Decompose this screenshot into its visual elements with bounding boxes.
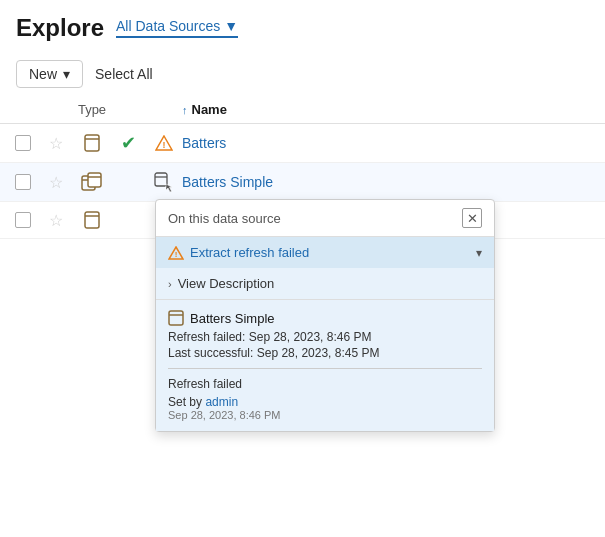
popup-timestamp: Sep 28, 2023, 8:46 PM: [168, 409, 482, 421]
popup-last-successful-text: Last successful: Sep 28, 2023, 8:45 PM: [168, 346, 482, 360]
popup-desc-chevron-icon: ›: [168, 278, 172, 290]
row2-name-link[interactable]: Batters Simple: [182, 174, 273, 190]
new-chevron-icon: ▾: [63, 66, 70, 82]
table-row: ☆ Batters Simple: [0, 163, 605, 202]
popup-view-desc-label: View Description: [178, 276, 275, 291]
row1-name-link[interactable]: Batters: [182, 135, 226, 151]
row2-type-cell: [74, 172, 110, 192]
popup-expand-icon[interactable]: ▾: [476, 246, 482, 260]
svg-rect-12: [169, 311, 183, 325]
row1-status-cell: ✔: [110, 132, 146, 154]
row3-checkbox-cell[interactable]: [8, 212, 38, 228]
new-button-label: New: [29, 66, 57, 82]
datasource-label: All Data Sources: [116, 18, 220, 34]
row2-star-icon[interactable]: ☆: [49, 173, 63, 192]
row3-type-icon: [83, 210, 101, 230]
row3-type-cell: [74, 210, 110, 230]
popup-content: Batters Simple Refresh failed: Sep 28, 2…: [156, 300, 494, 431]
row1-warning-cell: !: [146, 135, 182, 151]
row2-hover-icon-cell[interactable]: [146, 171, 182, 193]
new-button[interactable]: New ▾: [16, 60, 83, 88]
popup-header-text: On this data source: [168, 211, 281, 226]
row2-type-icon: [81, 172, 103, 192]
row1-type-icon: [83, 133, 101, 153]
row1-star-cell[interactable]: ☆: [38, 134, 74, 153]
popup-status-label: Refresh failed: [168, 377, 482, 391]
svg-rect-8: [155, 173, 167, 186]
row2-name-cell[interactable]: Batters Simple: [182, 174, 597, 190]
row1-name-cell[interactable]: Batters: [182, 135, 597, 151]
toolbar: New ▾ Select All: [0, 52, 605, 88]
popup-admin-link[interactable]: admin: [205, 395, 238, 409]
row1-checkbox-cell[interactable]: [8, 135, 38, 151]
col-header-name-label: Name: [192, 102, 227, 117]
table-header-row: Type ↑ Name: [0, 96, 605, 124]
explore-table: Type ↑ Name ☆ ✔ !: [0, 96, 605, 239]
popup-set-by: Set by admin: [168, 395, 482, 409]
page-title: Explore: [16, 14, 104, 42]
svg-text:!: !: [163, 140, 166, 150]
row1-warning-icon: !: [155, 135, 173, 151]
row2-star-cell[interactable]: ☆: [38, 173, 74, 192]
popup-item-title: Batters Simple: [190, 311, 275, 326]
col-header-name: ↑ Name: [182, 102, 597, 117]
popup-item-header: Batters Simple: [168, 310, 482, 326]
row3-star-icon[interactable]: ☆: [49, 211, 63, 230]
sort-arrow-icon: ↑: [182, 104, 188, 116]
row1-type-cell: [74, 133, 110, 153]
popup-item-type-icon: [168, 310, 184, 326]
popup-view-description[interactable]: › View Description: [156, 268, 494, 300]
popup-section-title: Extract refresh failed: [190, 245, 309, 260]
row1-checkbox[interactable]: [15, 135, 31, 151]
popup-refresh-failed-text: Refresh failed: Sep 28, 2023, 8:46 PM: [168, 330, 482, 344]
popup-divider: [168, 368, 482, 369]
svg-rect-6: [88, 173, 101, 187]
col-header-type: Type: [74, 102, 110, 117]
popup-set-by-prefix: Set by: [168, 395, 202, 409]
datasource-dropdown[interactable]: All Data Sources ▼: [116, 18, 238, 38]
row1-star-icon[interactable]: ☆: [49, 134, 63, 153]
col-header-type-label: Type: [78, 102, 106, 117]
table-row: ☆ ✔ ! Batters: [0, 124, 605, 163]
select-all-button[interactable]: Select All: [91, 61, 157, 87]
popup-footer: Refresh failed Set by admin Sep 28, 2023…: [168, 377, 482, 421]
close-icon: ✕: [467, 211, 478, 226]
popup-section-title-area: ! Extract refresh failed: [168, 245, 309, 260]
popup-section-header[interactable]: ! Extract refresh failed ▾: [156, 237, 494, 268]
popup-warning-icon: !: [168, 246, 184, 260]
popup-header: On this data source ✕: [156, 200, 494, 237]
popup-close-button[interactable]: ✕: [462, 208, 482, 228]
row1-green-check-icon: ✔: [121, 132, 136, 154]
page-header: Explore All Data Sources ▼: [0, 0, 605, 52]
row2-checkbox[interactable]: [15, 174, 31, 190]
datasource-popup: On this data source ✕ ! Extract refresh …: [155, 199, 495, 432]
row2-info-icon[interactable]: [153, 171, 175, 193]
row2-checkbox-cell[interactable]: [8, 174, 38, 190]
chevron-down-icon: ▼: [224, 18, 238, 34]
row3-star-cell[interactable]: ☆: [38, 211, 74, 230]
svg-rect-0: [85, 135, 99, 151]
svg-rect-14: [85, 212, 99, 228]
row3-checkbox[interactable]: [15, 212, 31, 228]
svg-text:!: !: [175, 250, 178, 259]
